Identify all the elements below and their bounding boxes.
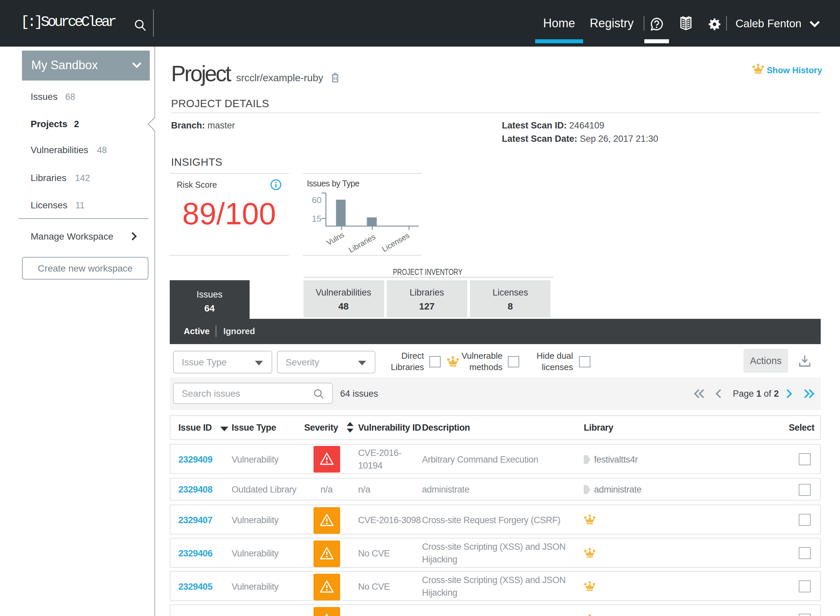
svg-text:Libraries: Libraries [347,232,377,255]
svg-text:Vulns: Vulns [325,230,346,247]
svg-text:60: 60 [312,195,321,205]
svg-text:Licenses: Licenses [380,231,411,254]
svg-text:15: 15 [312,214,321,224]
